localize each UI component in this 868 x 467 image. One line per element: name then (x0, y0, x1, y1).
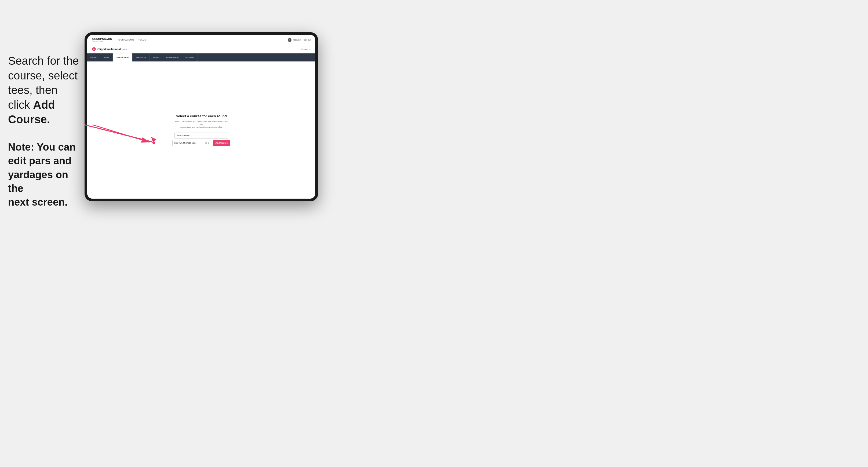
tab-printables[interactable]: Printables (182, 54, 198, 61)
user-avatar: T (288, 38, 291, 42)
sign-out-link[interactable]: Sign out (304, 39, 311, 41)
tee-select-wrapper[interactable]: Gold (M) (M) (7010 yds) ✕ ▲ ▼ (172, 140, 211, 146)
section-title: Select a course for each round (176, 114, 227, 118)
annotation-area: Search for the course, select tees, then… (8, 54, 81, 209)
tablet-screen: SCOREBOARD Powered by clippd TOURNAMENTS… (87, 35, 315, 198)
annotation-note: Note: You can edit pars and yardages on … (8, 141, 81, 209)
logo-sub: Powered by clippd (92, 40, 112, 42)
tab-results[interactable]: Results (150, 54, 163, 61)
tee-select-row: Gold (M) (M) (7010 yds) ✕ ▲ ▼ Add Course (172, 140, 230, 146)
course-search-input[interactable] (175, 132, 228, 138)
logo-area: SCOREBOARD Powered by clippd (92, 38, 112, 42)
tab-nav: Details Teams Course Setup Tee Groups Re… (87, 54, 315, 61)
add-course-button[interactable]: Add Course (213, 140, 230, 146)
tournament-title: Clippd Invitational (97, 48, 121, 51)
nav-tournaments[interactable]: TOURNAMENTS (118, 39, 134, 41)
tab-teams[interactable]: Teams (100, 54, 113, 61)
cancel-button[interactable]: Cancel ✕ (302, 48, 311, 51)
user-name: Test User | (293, 39, 302, 41)
tab-leaderboards[interactable]: Leaderboards (163, 54, 182, 61)
tab-tee-groups[interactable]: Tee Groups (132, 54, 150, 61)
arrow-down-icon: ▼ (208, 143, 209, 145)
nav-teams[interactable]: TEAMS (138, 39, 146, 41)
tournament-header: C Clippd Invitational (Men) Cancel ✕ (87, 45, 315, 54)
tablet-device: SCOREBOARD Powered by clippd TOURNAMENTS… (85, 32, 318, 201)
section-description: Search for a course and select a tee. Yo… (175, 120, 228, 129)
tournament-badge: (Men) (122, 48, 127, 51)
top-nav: SCOREBOARD Powered by clippd TOURNAMENTS… (87, 35, 315, 45)
tournament-icon: C (92, 47, 96, 51)
nav-links: TOURNAMENTS TEAMS (118, 39, 146, 41)
tab-course-setup[interactable]: Course Setup (113, 54, 132, 61)
main-content: Select a course for each round Search fo… (87, 61, 315, 198)
tee-arrows: ▲ ▼ (208, 142, 209, 145)
annotation-bold: Add Course. (8, 98, 55, 126)
clear-tee-icon[interactable]: ✕ (205, 142, 207, 145)
annotation-main: Search for the course, select tees, then… (8, 54, 81, 127)
tee-icons: ✕ ▲ ▼ (205, 142, 209, 145)
tee-value: Gold (M) (M) (7010 yds) (174, 142, 196, 144)
user-area: T Test User | Sign out (288, 38, 311, 42)
tab-details[interactable]: Details (87, 54, 100, 61)
